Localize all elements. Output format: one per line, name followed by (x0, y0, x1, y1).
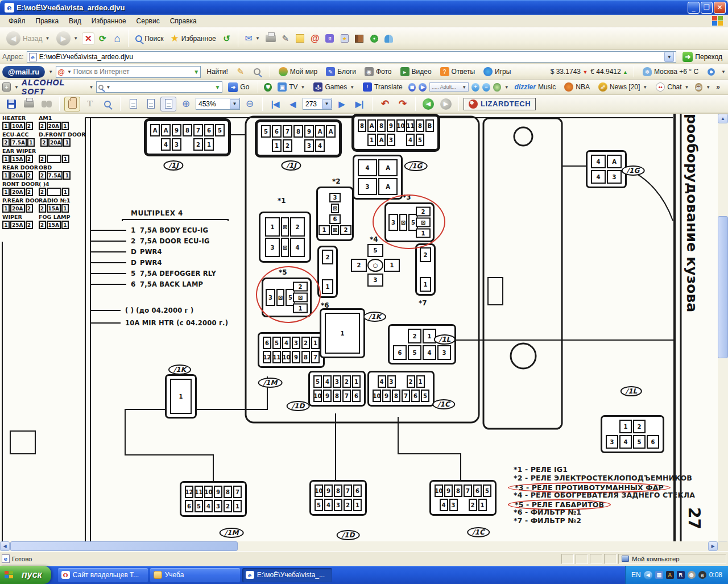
rotate-left-button[interactable]: ↶ (377, 97, 393, 111)
settings-dropdown-icon[interactable]: ▼ (721, 69, 726, 74)
volume-down-icon[interactable]: − (482, 83, 490, 92)
zoom-in-button[interactable]: ⊕ (178, 97, 194, 111)
mailru-photo-button[interactable]: ◉Фото (362, 66, 395, 77)
mailru-search-dropdown-icon[interactable]: ▼ (67, 69, 72, 74)
document-viewport[interactable]: HEATERAM1110A2220A1ECU-ACCD.FRONT DOOR27… (0, 114, 718, 541)
minimize-button[interactable]: _ (688, 2, 700, 14)
translate-button[interactable]: я (323, 32, 337, 45)
tray-app-icon-1[interactable]: ◍ (688, 571, 696, 579)
scroll-right-icon[interactable]: ▶ (708, 541, 718, 551)
refresh-button[interactable]: ⟳ (96, 32, 109, 45)
mailru-video-button[interactable]: ▸Видео (398, 66, 435, 77)
horizontal-scrollbar[interactable]: ◀ ▶ (0, 541, 718, 551)
horizontal-scroll-thumb[interactable] (10, 541, 238, 551)
page-search-button[interactable] (250, 65, 264, 78)
alcohol-menu-button[interactable]: + (2, 82, 11, 92)
start-button[interactable]: пуск (0, 566, 51, 584)
dizzler-music-button[interactable]: dizzlerMusic (512, 82, 559, 92)
go-button[interactable]: ➜ Переход (679, 51, 726, 63)
alcohol-search-dropdown-icon[interactable]: ▼ (106, 85, 110, 90)
menu-item-6[interactable]: Справка (165, 15, 202, 27)
tv-button[interactable]: ▣TV▼ (275, 81, 308, 93)
taskbar-task[interactable]: Учеба (150, 568, 240, 582)
pan-tool-button[interactable] (64, 97, 80, 111)
msn-button[interactable] (382, 32, 396, 45)
mailru-dropdown-icon[interactable]: ▼ (48, 69, 53, 74)
radio-globe-icon[interactable] (493, 83, 501, 92)
mailru-logo[interactable]: @mail.ru (2, 66, 45, 78)
player-playlist-combo[interactable]: ..... Adult...▼ (429, 82, 469, 92)
mailru-search-go-icon[interactable]: ▼ (193, 69, 199, 75)
alcohol-search-box[interactable]: ▼ ▼ (96, 81, 222, 93)
text-select-button[interactable]: T (82, 97, 98, 111)
stop-button[interactable]: ✕ (82, 32, 94, 45)
address-dropdown-icon[interactable]: ▼ (664, 52, 674, 62)
mailru-search-box[interactable]: @ ▼ ▼ (56, 66, 201, 78)
menu-item-5[interactable]: Сервис (131, 15, 165, 27)
search-button[interactable]: Поиск (133, 34, 166, 44)
radio-dropdown-icon[interactable]: ▼ (504, 85, 509, 90)
news-dropdown-icon[interactable]: ▼ (643, 85, 647, 90)
hide-icons-chevron[interactable]: ◀ (644, 571, 652, 579)
mailru-search-input[interactable] (73, 68, 192, 76)
player-play-icon[interactable]: ▶ (419, 83, 427, 92)
full-page-button[interactable] (160, 97, 176, 111)
page-dropdown-icon[interactable]: ▼ (322, 99, 332, 109)
tray-app-icon-2[interactable]: a (698, 571, 706, 579)
chat-dropdown-icon[interactable]: ▼ (685, 85, 689, 90)
rotate-right-button[interactable]: ↷ (395, 97, 411, 111)
taskbar-task[interactable]: eE:\моЁ\Учеба\vista_... (242, 568, 332, 582)
scroll-up-icon[interactable]: ▲ (718, 114, 728, 123)
coffee-cup-icon[interactable]: ☕ (695, 83, 703, 92)
toolbar-overflow-chevron[interactable]: » (716, 83, 720, 91)
first-page-button[interactable]: |◀ (267, 97, 283, 111)
print-button-djvu[interactable] (21, 97, 37, 111)
mailru-blogs-button[interactable]: ✎Блоги (323, 66, 359, 77)
menu-item-4[interactable]: Избранное (86, 15, 131, 27)
close-button[interactable]: ✕ (714, 2, 726, 14)
zoom-dropdown-icon[interactable]: ▼ (230, 99, 239, 109)
prev-page-button[interactable]: ◀ (285, 97, 301, 111)
translate-button-2[interactable]: !Translate (360, 81, 406, 93)
zoom-out-button[interactable]: ⊖ (242, 97, 258, 111)
history-forward-button[interactable]: ▶ (438, 97, 454, 111)
mailru-settings-button[interactable] (704, 65, 718, 78)
alcohol-search-v-icon[interactable]: ▼ (214, 84, 220, 90)
zoom-select-button[interactable] (100, 97, 115, 111)
games-dropdown-icon[interactable]: ▼ (350, 85, 354, 90)
weather-widget[interactable]: ❄Москва +6 ° C (640, 66, 701, 77)
last-page-button[interactable]: ▶| (351, 97, 367, 111)
zoom-level-combo[interactable]: 453% ▼ (196, 98, 240, 110)
alcohol-soft-logo[interactable]: ALCOHOL SOFT (22, 78, 86, 96)
games-button[interactable]: 🕹Games▼ (311, 81, 357, 93)
mailru-agent-button[interactable]: @ (308, 32, 322, 45)
next-page-button[interactable]: ▶ (334, 97, 350, 111)
back-button[interactable]: ◀ Назад ▼ (3, 30, 52, 47)
mailru-games-button[interactable]: Игры (481, 66, 514, 77)
forward-dropdown-icon[interactable]: ▼ (73, 36, 78, 41)
notes-button[interactable] (293, 32, 307, 45)
language-indicator[interactable]: EN (631, 571, 641, 579)
address-input[interactable] (39, 53, 663, 61)
history-button[interactable]: ↺ (220, 32, 234, 45)
fit-width-button[interactable] (143, 97, 159, 111)
maximize-button[interactable]: ❐ (701, 2, 713, 14)
alcohol-search-input[interactable] (112, 83, 213, 92)
vertical-scroll-thumb[interactable] (718, 216, 728, 358)
icq-button[interactable] (367, 32, 381, 45)
lizardtech-brand-button[interactable]: LIZARDTECH (464, 98, 536, 110)
page-number-combo[interactable]: 273 ▼ (303, 98, 332, 110)
fit-page-button[interactable] (125, 97, 141, 111)
forward-button[interactable]: ▶ ▼ (53, 30, 81, 47)
home-button[interactable]: ⌂ (110, 32, 124, 45)
print-button[interactable] (264, 32, 278, 45)
chat-button[interactable]: ••Chat▼ (653, 81, 692, 93)
edit-button[interactable]: ✎ (279, 32, 292, 45)
alcohol-menu-dropdown-icon[interactable]: ▼ (14, 85, 19, 90)
menu-item-3[interactable]: Вид (64, 15, 86, 27)
player-prev-icon[interactable]: ◼ (408, 83, 416, 92)
scroll-left-icon[interactable]: ◀ (0, 541, 10, 551)
favorites-button[interactable]: ★ Избранное (168, 31, 219, 45)
alcohol-go-button[interactable]: ➜Go (225, 81, 252, 93)
messenger-button[interactable]: ★ (338, 32, 351, 45)
